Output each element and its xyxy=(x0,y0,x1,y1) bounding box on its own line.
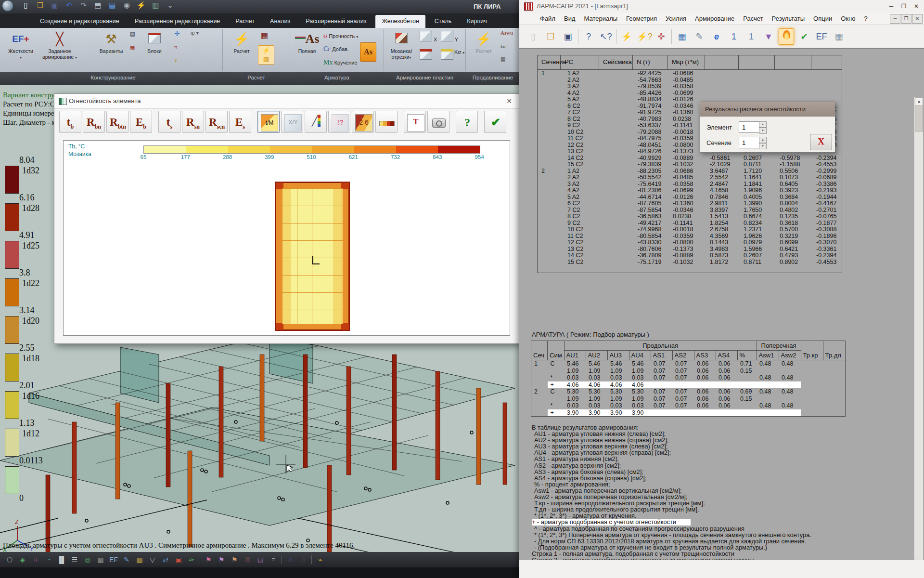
fire-dialog-canvas[interactable]: Tb, °C Мозаика 6517728839951062173284395… xyxy=(63,140,510,336)
brush-icon[interactable]: ✑ xyxy=(187,555,196,565)
variants-button[interactable]: ⚒ Варианты xyxy=(96,30,126,54)
tab-Расширенный анализ[interactable]: Расширенный анализ xyxy=(299,15,372,28)
mosaic-x-button[interactable]: X xyxy=(420,31,437,42)
rbtn-button[interactable]: Rbtn xyxy=(106,111,128,133)
zoom-icon[interactable]: ◌ xyxy=(285,555,295,565)
aswu-button[interactable]: Aswu xyxy=(500,30,513,36)
save-icon[interactable]: ▣ xyxy=(48,0,61,11)
target-icon[interactable]: ◎ xyxy=(83,555,92,565)
element-spinner[interactable]: ▲▼ xyxy=(759,121,767,133)
snapshot-button[interactable] xyxy=(427,111,449,133)
mdi-minimize-icon[interactable]: ─ xyxy=(890,14,900,24)
punching-table-button[interactable]: ▦ xyxy=(500,56,505,62)
add-button[interactable]: Сг Добав. xyxy=(323,45,349,53)
mesh-icon[interactable]: ▦ xyxy=(832,29,846,44)
concrete-temperature-button[interactable]: tb xyxy=(59,111,81,133)
scroll-up-icon[interactable]: ▲ xyxy=(915,97,923,106)
apply-button[interactable]: ✔ xyxy=(484,111,506,133)
stiffness-icon[interactable]: EF xyxy=(109,555,118,565)
menu-?[interactable]: ? xyxy=(860,15,872,22)
tab-Анализ[interactable]: Анализ xyxy=(264,15,296,28)
journal-icon[interactable]: ✎ xyxy=(692,29,706,44)
diagram-button[interactable]: ╱ xyxy=(305,111,327,133)
close-icon[interactable]: ✕ xyxy=(910,1,923,11)
calculate-query-icon[interactable]: ⚡? xyxy=(637,29,651,44)
list-icon[interactable]: ☰ xyxy=(70,555,79,565)
save-icon[interactable]: ▣ xyxy=(561,29,575,44)
rscn-button[interactable]: Rscn xyxy=(205,111,228,133)
open-file-icon[interactable]: ❒ xyxy=(543,29,558,44)
mosaic-values-button[interactable]: 2 6 xyxy=(352,111,374,133)
slab-grid-icon[interactable]: ▦ xyxy=(261,31,268,40)
fire-dialog-titlebar[interactable]: Огнестойкость элемента ✕ xyxy=(54,94,519,109)
steel-temperature-button[interactable]: ts xyxy=(158,111,180,133)
more-commands-icon[interactable]: ⌄ xyxy=(164,0,176,11)
es-button[interactable]: Es xyxy=(229,111,251,133)
section-spinner[interactable]: ▲▼ xyxy=(759,137,767,148)
hash-grid-icon[interactable]: ⌗ xyxy=(174,44,177,51)
fence-icon[interactable]: ⌗ xyxy=(31,555,40,565)
mdi-close-icon[interactable]: ✕ xyxy=(912,14,923,24)
grid-icon[interactable]: ▦ xyxy=(96,555,105,565)
undo-icon[interactable]: ↶ xyxy=(63,0,75,11)
vertical-scrollbar[interactable]: ▲ ▼ xyxy=(914,97,923,560)
filter-icon[interactable]: ▼ xyxy=(761,29,776,44)
target-icon[interactable]: ✜ xyxy=(654,29,668,44)
menu-Результаты[interactable]: Результаты xyxy=(768,15,809,22)
section-mosaic[interactable] xyxy=(275,182,350,331)
popup-title[interactable]: Результаты расчета огнестойкости xyxy=(700,102,835,117)
larm-titlebar[interactable]: ЛАРМ-САПР 2021 - [Larmsapr1] ─ ❐ ✕ xyxy=(519,0,924,13)
menu-Опции[interactable]: Опции xyxy=(809,15,836,22)
mosaic-tm-button[interactable]: t/M xyxy=(257,111,280,133)
rotate-icon[interactable]: ◔ xyxy=(44,555,53,565)
web-icon[interactable]: e xyxy=(709,29,724,44)
pause-icon[interactable]: ▐▌ xyxy=(57,555,66,565)
tab-Железобетон[interactable]: Железобетон xyxy=(375,15,425,28)
mosaic-cube2-button[interactable] xyxy=(420,49,432,61)
section-input[interactable] xyxy=(739,137,760,148)
rbn-button[interactable]: Rbn xyxy=(83,111,105,133)
flag-table-icon[interactable]: ▤ xyxy=(256,555,265,565)
given-reinforcement-button[interactable]: ╳ Заданное армирование ▾ xyxy=(38,30,82,61)
scroll-thumb[interactable] xyxy=(915,105,923,131)
ip-icon[interactable]: ip ▾ xyxy=(191,30,199,36)
tab-Сталь[interactable]: Сталь xyxy=(428,15,458,28)
table-icon[interactable]: ▦ xyxy=(675,29,689,44)
book-icon[interactable]: ▤ xyxy=(106,0,118,11)
chart3d-icon[interactable]: ▥ xyxy=(135,555,144,565)
popup-close-button[interactable]: X xyxy=(810,134,832,150)
element-input[interactable] xyxy=(739,121,760,133)
check-plate-icon[interactable]: ✔ xyxy=(797,29,811,44)
strength-button[interactable]: σ Прочность ▾ xyxy=(323,32,358,40)
tab-Создание и редактирование[interactable]: Создание и редактирование xyxy=(34,15,126,28)
flag-frame-icon[interactable]: ⛆ xyxy=(243,555,252,565)
checklist-icon[interactable]: ▤ xyxy=(130,31,135,37)
help-button[interactable]: ? xyxy=(456,111,478,133)
blocks-button[interactable]: Блоки xyxy=(141,30,168,54)
punching-calculate-button[interactable]: ⚡ Расчет xyxy=(469,30,498,54)
stiffness-ef-icon[interactable]: EF xyxy=(814,29,829,44)
select-diamond-icon[interactable]: ◈ xyxy=(18,555,27,565)
red-frame-icon[interactable]: ▣ xyxy=(174,555,183,565)
window-2-icon[interactable]: 1 xyxy=(744,29,758,44)
full-reinforcement-button[interactable]: As Полная xyxy=(294,30,321,54)
mdi-restore-icon[interactable]: ❐ xyxy=(901,14,911,24)
fire-resistance-icon[interactable] xyxy=(779,28,794,45)
pen-icon[interactable]: ✎ xyxy=(122,555,131,565)
new-document-icon[interactable]: ▯ xyxy=(19,0,32,11)
flag-load-icon[interactable]: ⚑ xyxy=(230,555,239,565)
select-polygon-icon[interactable]: ⬠ xyxy=(5,555,14,565)
axes-xy-button[interactable]: X/Y xyxy=(281,111,303,133)
redo-icon[interactable]: ↷ xyxy=(77,0,90,11)
as-fire-button[interactable]: As xyxy=(360,42,376,62)
filter-icon[interactable]: ▽ xyxy=(148,555,157,565)
menu-Расчет[interactable]: Расчет xyxy=(739,15,767,22)
tab-Кирпич[interactable]: Кирпич xyxy=(461,15,493,28)
stack-icon[interactable]: ≡ xyxy=(269,555,278,565)
menu-Материалы[interactable]: Материалы xyxy=(580,15,622,22)
menu-Вид[interactable]: Вид xyxy=(560,15,580,22)
selected-calc-mode-button[interactable]: ⚡▦ xyxy=(258,45,274,65)
stiffness-button[interactable]: EF+ Жесткости▾ xyxy=(7,30,35,61)
zoom-off-icon[interactable]: ◌ xyxy=(298,555,308,565)
lira-logo-icon[interactable] xyxy=(2,0,13,12)
